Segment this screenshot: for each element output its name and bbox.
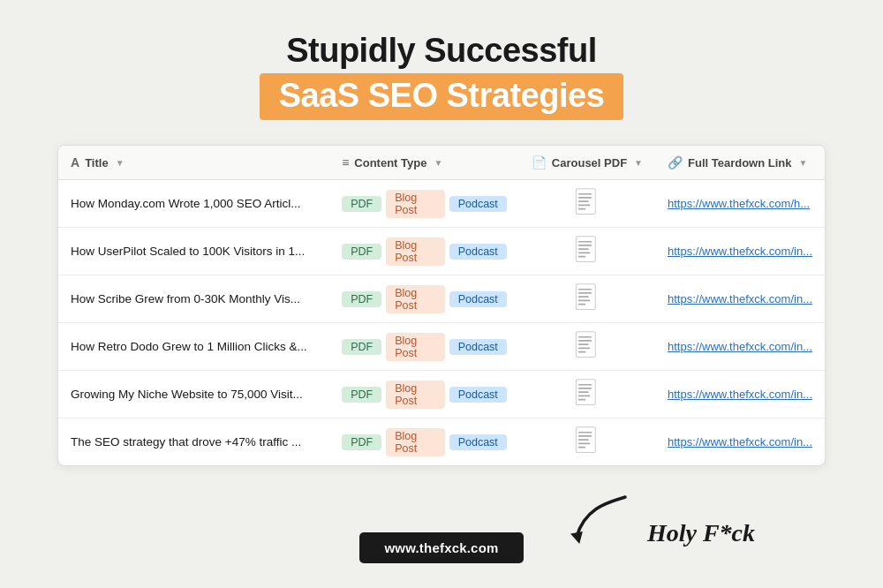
cell-content-type: PDFBlog PostPodcast [329, 418, 519, 466]
svg-marker-36 [570, 531, 585, 545]
svg-rect-5 [578, 208, 585, 210]
content-tag: Podcast [449, 434, 507, 450]
svg-rect-13 [578, 289, 592, 290]
content-type-col-icon: ≡ [342, 155, 349, 170]
cell-title: How Scribe Grew from 0-30K Monthly Vis..… [58, 275, 329, 323]
svg-rect-34 [578, 443, 590, 445]
svg-rect-20 [578, 340, 592, 342]
svg-rect-9 [578, 248, 589, 250]
svg-rect-17 [578, 304, 585, 305]
svg-rect-8 [578, 245, 592, 246]
title-col-icon: A [71, 155, 79, 170]
table-row: How Scribe Grew from 0-30K Monthly Vis..… [58, 275, 825, 323]
content-tag: PDF [342, 339, 381, 355]
carousel-pdf-icon [575, 236, 600, 264]
cell-link[interactable]: https://www.thefxck.com/in... [655, 228, 825, 275]
col-carousel-label: Carousel PDF [552, 156, 627, 170]
content-tag: Podcast [449, 387, 507, 403]
table-header: A Title ▼ ≡ Content Type ▼ 📄 Carous [58, 146, 825, 180]
content-tag: Podcast [449, 196, 507, 212]
header-highlight-box: SaaS SEO Strategies [260, 73, 624, 120]
content-tag: Blog Post [386, 285, 444, 313]
svg-rect-22 [578, 348, 590, 350]
col-header-carousel[interactable]: 📄 Carousel PDF ▼ [519, 146, 655, 180]
svg-rect-4 [578, 205, 590, 207]
content-tag: Blog Post [386, 333, 444, 361]
content-tag: PDF [342, 244, 381, 260]
cell-carousel [519, 275, 655, 323]
svg-rect-31 [578, 432, 592, 433]
website-badge: www.thefxck.com [359, 532, 523, 563]
svg-rect-23 [578, 351, 585, 353]
content-tag: Podcast [449, 244, 507, 260]
table-row: How Retro Dodo Grew to 1 Million Clicks … [58, 323, 825, 371]
cell-title: Growing My Niche Website to 75,000 Visit… [58, 371, 329, 418]
svg-rect-3 [578, 200, 589, 202]
cell-title: The SEO strategy that drove +47% traffic… [58, 418, 329, 466]
cell-link[interactable]: https://www.thefxck.com/in... [655, 371, 825, 418]
table-row: How Monday.com Wrote 1,000 SEO Articl...… [58, 180, 825, 228]
svg-rect-10 [578, 253, 590, 254]
cell-link[interactable]: https://www.thefxck.com/in... [655, 323, 825, 371]
cell-link[interactable]: https://www.thefxck.com/in... [655, 418, 825, 466]
content-type-sort-icon: ▼ [434, 158, 442, 168]
content-tag: Blog Post [386, 237, 444, 266]
svg-rect-25 [578, 384, 592, 386]
carousel-pdf-icon [575, 426, 600, 455]
col-header-title[interactable]: A Title ▼ [58, 146, 329, 180]
data-table: A Title ▼ ≡ Content Type ▼ 📄 Carous [58, 146, 825, 465]
svg-rect-14 [578, 292, 592, 294]
col-link-label: Full Teardown Link [688, 156, 791, 170]
col-header-link[interactable]: 🔗 Full Teardown Link ▼ [655, 146, 825, 180]
svg-rect-7 [578, 241, 592, 243]
cell-carousel [519, 228, 655, 275]
col-title-label: Title [85, 156, 109, 170]
svg-rect-32 [578, 435, 592, 437]
content-tag: Blog Post [386, 428, 444, 456]
carousel-pdf-icon [575, 283, 600, 312]
link-sort-icon: ▼ [798, 158, 807, 168]
col-header-content-type[interactable]: ≡ Content Type ▼ [329, 146, 519, 180]
cell-title: How Monday.com Wrote 1,000 SEO Articl... [58, 180, 329, 228]
content-tag: PDF [342, 196, 381, 212]
table-row: Growing My Niche Website to 75,000 Visit… [58, 371, 825, 418]
cell-carousel [519, 323, 655, 371]
cell-content-type: PDFBlog PostPodcast [329, 180, 519, 228]
svg-rect-26 [578, 388, 592, 389]
col-content-type-label: Content Type [354, 156, 426, 170]
carousel-col-icon: 📄 [532, 155, 547, 170]
content-tag: PDF [342, 434, 381, 450]
svg-rect-33 [578, 439, 589, 441]
svg-rect-11 [578, 256, 585, 258]
cell-content-type: PDFBlog PostPodcast [329, 323, 519, 371]
link-col-icon: 🔗 [668, 155, 683, 170]
svg-rect-29 [578, 399, 585, 401]
bottom-area: www.thefxck.com Holy F*ck [57, 466, 826, 572]
cell-title: How Retro Dodo Grew to 1 Million Clicks … [58, 323, 329, 371]
arrow-area: Holy F*ck [559, 484, 755, 554]
cell-carousel [519, 180, 655, 228]
svg-rect-1 [578, 193, 592, 195]
cell-title: How UserPilot Scaled to 100K Visitors in… [58, 228, 329, 275]
content-tag: Podcast [449, 339, 507, 355]
svg-rect-2 [578, 197, 592, 199]
cell-link[interactable]: https://www.thefxck.com/in... [655, 275, 825, 323]
cell-link[interactable]: https://www.thefxck.com/h... [655, 180, 825, 228]
carousel-pdf-icon [575, 188, 600, 216]
content-tag: Blog Post [386, 381, 444, 409]
svg-rect-28 [578, 396, 590, 397]
exclamation-text: Holy F*ck [647, 519, 755, 547]
svg-rect-19 [578, 336, 592, 338]
svg-rect-16 [578, 300, 590, 302]
svg-rect-35 [578, 447, 585, 449]
title-sort-icon: ▼ [116, 158, 125, 168]
cell-carousel [519, 418, 655, 466]
cell-carousel [519, 371, 655, 418]
content-tag: PDF [342, 387, 381, 403]
carousel-pdf-icon [575, 379, 600, 407]
content-tag: Podcast [449, 291, 507, 307]
table-row: The SEO strategy that drove +47% traffic… [58, 418, 825, 466]
content-tag: PDF [342, 291, 381, 307]
svg-rect-21 [578, 343, 589, 345]
svg-rect-27 [578, 391, 589, 393]
